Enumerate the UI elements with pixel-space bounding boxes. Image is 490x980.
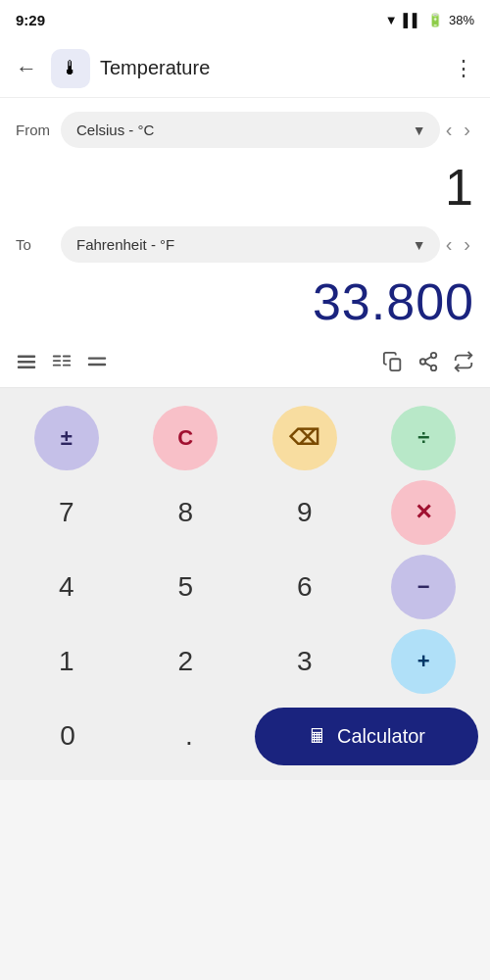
from-dropdown-wrap: Celsius - °C Fahrenheit - °F Kelvin - K … [61,112,426,148]
signal-icon: ▌▌ [404,13,421,27]
to-nav-arrows: ‹ › [442,231,474,258]
input-value-display: 1 [16,154,474,220]
backspace-key[interactable]: ⌫ [272,406,337,470]
status-time: 9:29 [16,12,45,28]
conversion-area: From Celsius - °C Fahrenheit - °F Kelvin… [0,98,490,341]
to-unit-select[interactable]: Fahrenheit - °F Celsius - °C Kelvin - K [61,226,440,263]
svg-rect-5 [53,360,61,362]
svg-rect-2 [18,367,35,368]
top-bar: ← 🌡 Temperature ⋮ [0,39,490,98]
subtract-key[interactable]: − [391,555,456,619]
status-bar: 9:29 ▼ ▌▌ 🔋 38% [0,0,490,39]
columns-format-button[interactable] [51,351,73,377]
share-button[interactable] [417,351,439,377]
svg-rect-8 [63,365,71,367]
temperature-icon: 🌡 [61,57,80,79]
to-next-button[interactable]: › [460,231,474,258]
key-8[interactable]: 8 [131,480,241,545]
to-prev-button[interactable]: ‹ [442,231,457,258]
svg-point-13 [420,359,426,365]
calculator-label: Calculator [337,725,425,748]
to-label: To [16,236,51,253]
from-next-button[interactable]: › [460,117,474,143]
toolbar-row [0,341,490,388]
add-key[interactable]: + [391,629,456,694]
row-789: 7 8 9 ✕ [12,480,478,545]
svg-rect-11 [390,359,400,370]
key-7[interactable]: 7 [12,480,122,545]
wifi-icon: ▼ [385,13,398,27]
svg-rect-9 [88,357,106,359]
svg-line-16 [425,357,431,361]
bottom-row: 0 . 🖩 Calculator [12,704,478,768]
battery-icon: 🔋 [427,13,443,27]
format-buttons [16,351,382,377]
svg-rect-3 [53,356,61,358]
key-2[interactable]: 2 [131,629,241,694]
result-value-display: 33.800 [16,269,474,341]
action-buttons [382,351,474,377]
svg-rect-1 [18,361,35,363]
divide-key[interactable]: ÷ [391,406,456,470]
special-keys-row: ± C ⌫ ÷ [12,406,478,470]
svg-rect-0 [18,356,35,358]
battery-percent: 38% [449,13,474,27]
calculator-button[interactable]: 🖩 Calculator [255,708,478,765]
svg-rect-7 [53,365,61,367]
from-nav-arrows: ‹ › [442,117,474,143]
app-icon: 🌡 [51,49,90,88]
add-key-wrap: + [369,629,479,694]
row-456: 4 5 6 − [12,555,478,619]
list-format-button[interactable] [16,351,37,377]
key-4[interactable]: 4 [12,555,122,619]
from-prev-button[interactable]: ‹ [442,117,457,143]
key-5[interactable]: 5 [131,555,241,619]
to-dropdown-wrap: Fahrenheit - °F Celsius - °C Kelvin - K … [61,226,426,263]
svg-rect-4 [63,356,71,358]
multiply-key-wrap: ✕ [369,480,479,545]
more-options-button[interactable]: ⋮ [449,52,478,85]
key-0[interactable]: 0 [12,704,123,768]
key-dot[interactable]: . [133,704,245,768]
dash-format-button[interactable] [86,351,108,377]
from-unit-select[interactable]: Celsius - °C Fahrenheit - °F Kelvin - K [61,112,440,148]
swap-button[interactable] [453,351,474,377]
from-label: From [16,122,51,138]
svg-line-15 [425,363,431,367]
svg-rect-6 [63,360,71,362]
from-row: From Celsius - °C Fahrenheit - °F Kelvin… [16,98,474,154]
page-title: Temperature [100,57,439,79]
calculator-icon: 🖩 [308,725,327,748]
key-3[interactable]: 3 [250,629,360,694]
svg-rect-10 [88,364,106,366]
subtract-key-wrap: − [369,555,479,619]
status-icons: ▼ ▌▌ 🔋 38% [385,13,474,27]
key-6[interactable]: 6 [250,555,360,619]
row-123: 1 2 3 + [12,629,478,694]
plus-minus-key[interactable]: ± [34,406,99,470]
back-button[interactable]: ← [12,52,41,85]
multiply-key[interactable]: ✕ [391,480,456,545]
clear-key[interactable]: C [153,406,218,470]
svg-point-14 [431,366,437,371]
key-9[interactable]: 9 [250,480,360,545]
key-1[interactable]: 1 [12,629,122,694]
to-row: To Fahrenheit - °F Celsius - °C Kelvin -… [16,220,474,269]
svg-point-12 [431,353,437,359]
keypad-area: ± C ⌫ ÷ 7 8 9 ✕ 4 5 6 − 1 2 3 + 0 . 🖩 [0,388,490,780]
copy-button[interactable] [382,351,404,377]
